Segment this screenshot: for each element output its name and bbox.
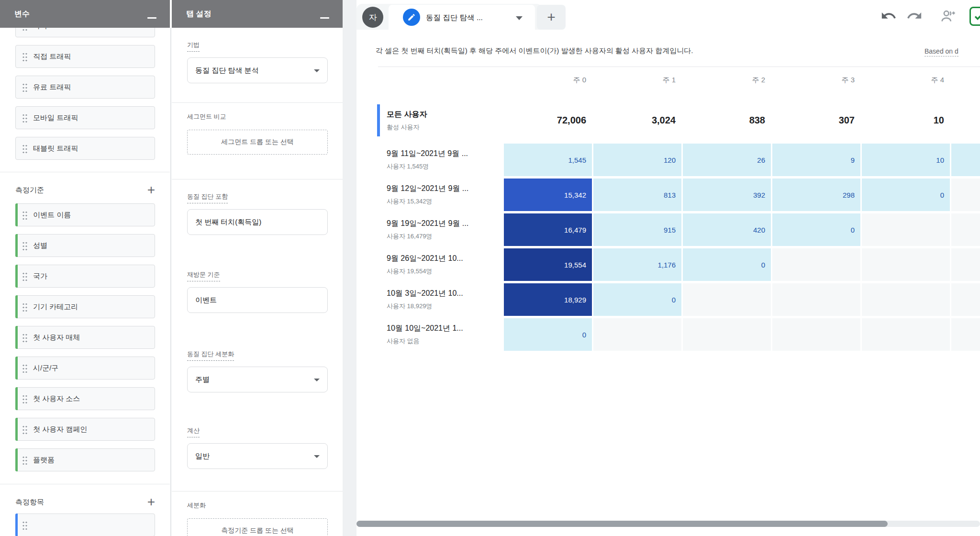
accent-bar bbox=[15, 326, 18, 349]
cohort-date-range: 9월 19일~2021년 9월 ... bbox=[387, 219, 502, 229]
cohort-cell: 18,929 bbox=[504, 283, 592, 316]
cohort-cell: 0 bbox=[772, 213, 860, 246]
table-column-headers: 주 0주 1주 2주 3주 4 bbox=[377, 76, 980, 85]
dimension-chip[interactable]: 성별 bbox=[15, 234, 155, 257]
chip-label: 시/군/구 bbox=[33, 364, 58, 373]
tab-settings-title: 탭 설정 bbox=[186, 9, 211, 19]
calculation-select[interactable]: 일반 bbox=[187, 443, 328, 469]
cohort-date-range: 10월 10일~2021년 1... bbox=[387, 324, 502, 334]
chip-label: 플랫폼 bbox=[33, 456, 55, 465]
technique-select[interactable]: 동질 집단 탐색 분석 bbox=[187, 57, 328, 83]
cohort-cell: 915 bbox=[593, 213, 681, 246]
segment-drop-zone[interactable]: 세그먼트 드롭 또는 선택 bbox=[187, 130, 328, 155]
cohort-inclusion-select[interactable]: 첫 번째 터치(획득일) bbox=[187, 209, 328, 235]
divider bbox=[172, 491, 343, 491]
undo-icon[interactable] bbox=[880, 8, 897, 24]
cohort-cell: 420 bbox=[683, 213, 771, 246]
cohort-cell: 26 bbox=[683, 144, 771, 176]
calculation-label: 계산 bbox=[187, 426, 200, 437]
horizontal-scrollbar-thumb[interactable] bbox=[356, 521, 888, 527]
granularity-select[interactable]: 주별 bbox=[187, 367, 328, 392]
drag-handle-icon bbox=[22, 424, 27, 434]
cohort-cell bbox=[772, 283, 860, 316]
cohort-cell: 1,545 bbox=[504, 144, 592, 176]
cohort-cell: 0 bbox=[862, 179, 950, 211]
cohort-cell bbox=[951, 318, 980, 351]
divider bbox=[0, 172, 170, 172]
dimension-chip[interactable]: 시/군/구 bbox=[15, 357, 155, 380]
saved-check-icon[interactable] bbox=[969, 7, 980, 26]
chip-label: 직접 트래픽 bbox=[33, 52, 71, 61]
segment-drop-placeholder: 세그먼트 드롭 또는 선택 bbox=[221, 138, 294, 146]
chevron-down-icon bbox=[314, 455, 320, 458]
share-person-add-icon[interactable] bbox=[939, 8, 955, 24]
drag-handle-icon bbox=[22, 144, 27, 153]
segment-chip[interactable]: 모바일 트래픽 bbox=[15, 106, 155, 129]
cohort-cell bbox=[862, 248, 950, 281]
based-on-link[interactable]: Based on d bbox=[924, 47, 958, 56]
variables-panel-header: 변수 bbox=[0, 0, 170, 28]
cohort-cell: 392 bbox=[683, 179, 771, 211]
segment-chip[interactable]: 태블릿 트래픽 bbox=[15, 137, 155, 160]
redo-icon[interactable] bbox=[906, 8, 923, 24]
breakdown-drop-placeholder: 측정기준 드롭 또는 선택 bbox=[221, 526, 294, 535]
dimension-chip[interactable]: 첫 사용자 매체 bbox=[15, 326, 155, 349]
accent-bar bbox=[15, 418, 18, 441]
summary-value: 10 bbox=[862, 115, 950, 126]
column-header-extra bbox=[951, 76, 980, 85]
chevron-down-icon bbox=[314, 379, 320, 381]
chip-label: 기기 카테고리 bbox=[33, 302, 78, 312]
cohort-cell bbox=[772, 248, 860, 281]
column-header: 주 0 bbox=[504, 76, 592, 85]
drag-handle-icon bbox=[22, 210, 27, 220]
variables-panel-body: 미국직접 트래픽유료 트래픽모바일 트래픽태블릿 트래픽 측정기준 + 이벤트 … bbox=[0, 28, 170, 536]
minimize-icon[interactable] bbox=[147, 17, 156, 19]
cohort-cell: 19,554 bbox=[504, 248, 592, 281]
dimension-chip[interactable]: 첫 사용자 캠페인 bbox=[15, 418, 155, 441]
cohort-date-range: 10월 3일~2021년 10... bbox=[387, 289, 502, 299]
chip-label: 첫 사용자 캠페인 bbox=[33, 425, 87, 434]
cohort-user-count: 사용자 1,545명 bbox=[387, 162, 502, 171]
cohort-row-label: 9월 12일~2021년 9월 ...사용자 15,342명 bbox=[377, 179, 502, 211]
chevron-down-icon[interactable] bbox=[516, 16, 523, 20]
segment-chip[interactable]: 직접 트래픽 bbox=[15, 45, 155, 68]
cohort-row-label: 10월 3일~2021년 10...사용자 18,929명 bbox=[377, 283, 502, 316]
add-dimension-button[interactable]: + bbox=[147, 185, 155, 195]
cohort-row-label: 9월 26일~2021년 10...사용자 19,554명 bbox=[377, 248, 502, 281]
cohort-cell: 9 bbox=[772, 144, 860, 176]
accent-bar bbox=[15, 234, 18, 257]
plus-icon: + bbox=[547, 9, 556, 25]
segment-chip[interactable]: 유료 트래픽 bbox=[15, 76, 155, 99]
cohort-user-count: 사용자 16,479명 bbox=[387, 232, 502, 241]
cohort-cell bbox=[593, 318, 681, 351]
drag-handle-icon bbox=[22, 394, 27, 403]
tab-settings-body: 기법 동질 집단 탐색 분석 세그먼트 비교 세그먼트 드롭 또는 선택 동질 … bbox=[172, 28, 343, 536]
dimension-chip[interactable]: 이벤트 이름 bbox=[15, 203, 155, 226]
minimize-icon[interactable] bbox=[320, 17, 329, 19]
calculation-value: 일반 bbox=[195, 452, 210, 461]
cohort-cell bbox=[951, 248, 980, 281]
cohort-date-range: 9월 26일~2021년 10... bbox=[387, 254, 502, 264]
return-criteria-value: 이벤트 bbox=[195, 296, 217, 305]
breakdown-drop-zone[interactable]: 측정기준 드롭 또는 선택 bbox=[187, 518, 328, 536]
drag-handle-icon bbox=[22, 271, 27, 281]
cohort-cell bbox=[862, 213, 950, 246]
dimensions-header: 측정기준 bbox=[15, 186, 44, 195]
add-tab-button[interactable]: + bbox=[537, 5, 566, 30]
horizontal-scrollbar-track[interactable] bbox=[356, 521, 980, 527]
avatar: 자 bbox=[362, 7, 383, 28]
tab-settings-header: 탭 설정 bbox=[172, 0, 343, 28]
edit-icon bbox=[403, 9, 420, 26]
accent-bar bbox=[15, 357, 18, 380]
dimension-chip[interactable]: 기기 카테고리 bbox=[15, 295, 155, 318]
accent-bar bbox=[15, 203, 18, 226]
cohort-row-label: 9월 11일~2021년 9월 ...사용자 1,545명 bbox=[377, 144, 502, 176]
tab-cohort-exploration[interactable]: 동질 집단 탐색 ... bbox=[389, 5, 535, 30]
return-criteria-select[interactable]: 이벤트 bbox=[187, 287, 328, 313]
dimension-chip[interactable]: 첫 사용자 소스 bbox=[15, 387, 155, 410]
chip-label: 모바일 트래픽 bbox=[33, 113, 78, 123]
dimension-chip[interactable]: 국가 bbox=[15, 265, 155, 288]
dimension-chip[interactable]: 플랫폼 bbox=[15, 448, 155, 471]
add-metric-button[interactable]: + bbox=[147, 497, 155, 507]
metric-chip-partial[interactable] bbox=[15, 514, 155, 536]
